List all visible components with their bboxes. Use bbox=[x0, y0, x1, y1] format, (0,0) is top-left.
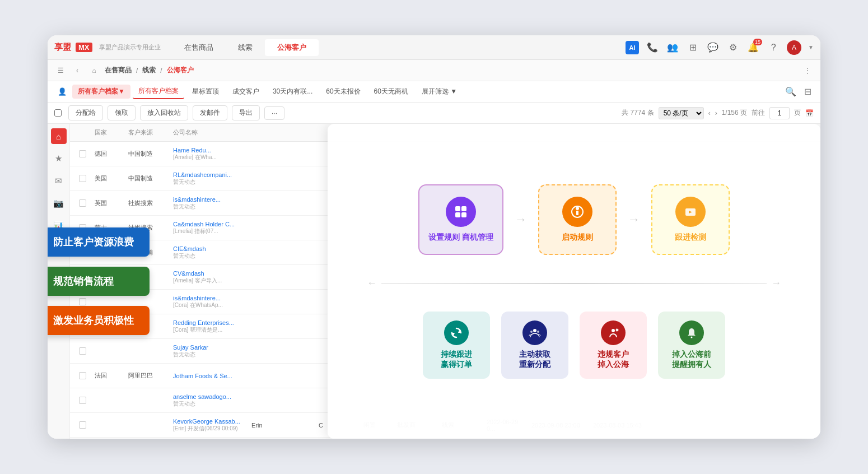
label-process: 规范销售流程 bbox=[48, 267, 150, 296]
label-motivate: 激发业务员积极性 bbox=[48, 306, 150, 335]
row-company-7[interactable]: Redding Enterprises... [Cora] 帮理清楚是... bbox=[171, 319, 249, 334]
row-company-1[interactable]: RL&mdashcompani... 暂无动态 bbox=[171, 171, 249, 186]
top-bar: 享盟 MX 享盟产品演示专用企业 在售商品 线索 公海客户 AI 📞 👥 ⊞ 💬… bbox=[48, 35, 820, 60]
card-followup[interactable]: 持续跟进 赢得订单 bbox=[423, 312, 490, 379]
question-icon[interactable]: ? bbox=[767, 41, 780, 54]
curved-arrows: ← → bbox=[344, 277, 804, 289]
row-company-3[interactable]: Ca&mdash Holder C... [Lmelia] 指标(07... bbox=[171, 221, 249, 235]
grid-icon[interactable]: ⊞ bbox=[686, 41, 699, 54]
row-cb-11[interactable] bbox=[79, 421, 86, 429]
row-source-2: 社媒搜索 bbox=[126, 199, 171, 207]
start-icon-circle bbox=[562, 197, 592, 227]
sidebar-icon-mail[interactable]: ✉ bbox=[51, 173, 67, 189]
brand-desc: 享盟产品演示专用企业 bbox=[99, 43, 161, 52]
filter-all-archive[interactable]: 所有客户档案▼ bbox=[72, 85, 130, 99]
svg-rect-1 bbox=[461, 206, 466, 211]
ai-button[interactable]: AI bbox=[626, 41, 639, 54]
flow-row-1: 设置规则 商机管理 → 启动规则 bbox=[344, 184, 804, 255]
chat-icon[interactable]: 💬 bbox=[706, 41, 720, 54]
select-all-checkbox[interactable] bbox=[54, 109, 62, 117]
row-company-0[interactable]: Hame Redu... [Amelie] 在Wha... bbox=[171, 147, 249, 161]
notification-icon[interactable]: 🔔 15 bbox=[746, 41, 760, 54]
calendar-icon[interactable]: 📅 bbox=[805, 109, 814, 117]
page-goto-input[interactable] bbox=[769, 107, 790, 119]
app-window: 享盟 MX 享盟产品演示专用企业 在售商品 线索 公海客户 AI 📞 👥 ⊞ 💬… bbox=[48, 35, 820, 439]
left-arrow: ← bbox=[367, 277, 377, 289]
card-detect[interactable]: 跟进检测 bbox=[651, 184, 730, 255]
tab-customers[interactable]: 公海客户 bbox=[265, 39, 319, 56]
tab-sale[interactable]: 在售商品 bbox=[172, 39, 226, 56]
recover-btn[interactable]: 放入回收站 bbox=[140, 105, 188, 120]
search-icon[interactable]: 🔍 bbox=[785, 86, 797, 98]
row-country-9: 法国 bbox=[92, 371, 126, 380]
filter-tab-all[interactable]: 所有客户档案 bbox=[133, 84, 184, 99]
row-company-5[interactable]: CV&mdash [Amelia] 客户导入... bbox=[171, 270, 249, 285]
user-avatar[interactable]: A bbox=[787, 40, 801, 55]
row-cb-1[interactable] bbox=[79, 175, 86, 182]
filter-icon-btn[interactable]: ⊟ bbox=[801, 86, 814, 98]
label-waste: 防止客户资源浪费 bbox=[48, 227, 150, 257]
receive-btn[interactable]: 领取 bbox=[108, 105, 136, 120]
card-start-label: 启动规则 bbox=[562, 233, 593, 243]
filter-tab-price60[interactable]: 60天未报价 bbox=[320, 85, 366, 99]
sidebar-icon-home[interactable]: ⌂ bbox=[51, 128, 67, 144]
prev-page-btn[interactable]: ‹ bbox=[708, 109, 711, 117]
filter-tab-mark[interactable]: 星标置顶 bbox=[186, 85, 225, 99]
svg-point-11 bbox=[537, 331, 539, 333]
tab-leads[interactable]: 线索 bbox=[226, 39, 265, 56]
page-info: 1/156 页 bbox=[722, 108, 747, 118]
card-violate[interactable]: 违规客户 掉入公海 bbox=[580, 312, 647, 379]
row-country-1: 美国 bbox=[92, 174, 126, 183]
filter-tab-deal[interactable]: 成交客户 bbox=[227, 85, 265, 99]
row-cb-2[interactable] bbox=[79, 199, 86, 207]
home-btn[interactable]: ⌂ bbox=[88, 64, 100, 77]
page-unit: 页 bbox=[794, 108, 801, 118]
row-company-6[interactable]: is&mdashintere... [Cora] 在WhatsAp... bbox=[171, 295, 249, 309]
violate-icon bbox=[601, 320, 626, 345]
filter-right: 🔍 ⊟ bbox=[785, 86, 814, 98]
filter-tab-idle60[interactable]: 60天无商机 bbox=[368, 85, 414, 99]
filter-tab-active30[interactable]: 30天内有联... bbox=[267, 85, 318, 99]
card-rules[interactable]: 设置规则 商机管理 bbox=[418, 184, 503, 255]
next-page-btn[interactable]: › bbox=[715, 109, 717, 117]
card-acquire[interactable]: 主动获取 重新分配 bbox=[501, 312, 568, 379]
sidebar-icon-star[interactable]: ★ bbox=[51, 151, 67, 166]
svg-point-9 bbox=[533, 329, 536, 332]
th-country: 国家 bbox=[92, 128, 126, 137]
users-icon[interactable]: 👥 bbox=[666, 41, 679, 54]
action-bar: 分配给 领取 放入回收站 发邮件 导出 ··· 共 7774 条 50 条/页 … bbox=[48, 103, 820, 124]
more-btn[interactable]: ··· bbox=[264, 106, 284, 120]
settings-icon[interactable]: ⚙ bbox=[726, 41, 740, 54]
back-btn[interactable]: ‹ bbox=[71, 64, 83, 77]
assign-btn[interactable]: 分配给 bbox=[68, 105, 103, 120]
more-options-icon[interactable]: ⋮ bbox=[801, 64, 814, 77]
row-cb-9[interactable] bbox=[79, 372, 86, 379]
card-remind[interactable]: 掉入公海前 提醒拥有人 bbox=[658, 312, 725, 379]
row-cb-0[interactable] bbox=[79, 150, 86, 157]
avatar-dropdown[interactable]: ▼ bbox=[808, 44, 814, 50]
phone-icon[interactable]: 📞 bbox=[646, 41, 659, 54]
row-cb-10[interactable] bbox=[79, 397, 86, 404]
top-nav-tabs: 在售商品 线索 公海客户 bbox=[172, 39, 319, 56]
row-cb-8[interactable] bbox=[79, 347, 86, 355]
export-btn[interactable]: 导出 bbox=[232, 105, 260, 120]
row-company-8[interactable]: Sujay Sarkar 暂无动态 bbox=[171, 344, 249, 359]
page-size-select[interactable]: 50 条/页 20 条/页 100 条/页 bbox=[659, 107, 704, 119]
followup-label: 持续跟进 赢得订单 bbox=[441, 350, 472, 370]
card-start[interactable]: 启动规则 bbox=[538, 184, 617, 255]
row-company-10[interactable]: anselme sawadogo... 暂无动态 bbox=[171, 393, 249, 408]
logo-text: 享盟 bbox=[54, 42, 71, 53]
row-company-2[interactable]: is&mdashintere... 暂无动态 bbox=[171, 196, 249, 211]
nav-leads-label: 线索 bbox=[142, 66, 156, 75]
email-btn[interactable]: 发邮件 bbox=[193, 105, 227, 120]
menu-toggle[interactable]: ☰ bbox=[54, 64, 67, 77]
row-source-0: 中国制造 bbox=[126, 150, 171, 158]
row-company-4[interactable]: CIE&mdash 暂无动态 bbox=[171, 245, 249, 260]
row-company-11[interactable]: KevorkGeorge Kassab... [Erin] 开发信(06/29 … bbox=[171, 418, 249, 433]
th-source: 客户来源 bbox=[126, 128, 171, 137]
row-company-9[interactable]: Jotham Foods & Se... bbox=[171, 373, 249, 379]
sidebar-icon-camera[interactable]: 📷 bbox=[51, 196, 67, 211]
arrow-1-2: → bbox=[515, 212, 527, 227]
svg-rect-3 bbox=[461, 212, 466, 217]
filter-tab-expand[interactable]: 展开筛选 ▼ bbox=[416, 85, 463, 99]
